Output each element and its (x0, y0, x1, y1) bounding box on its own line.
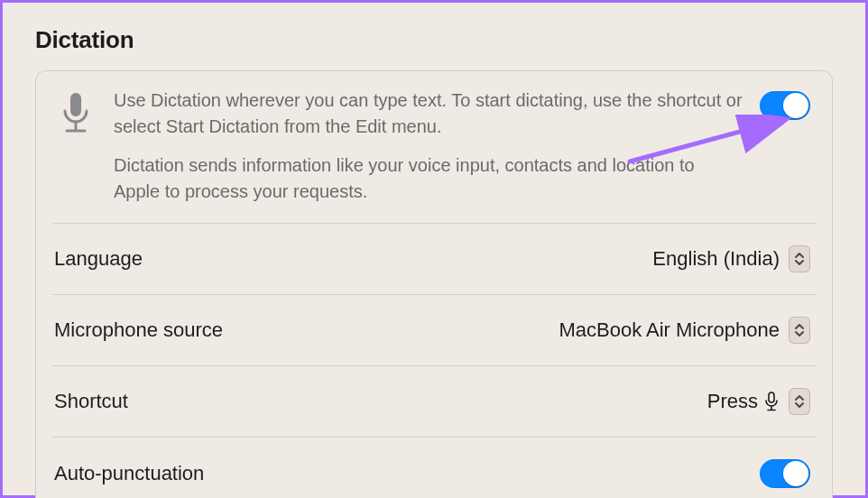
microphone-source-value: MacBook Air Microphone (559, 318, 780, 342)
updown-icon[interactable] (789, 388, 810, 415)
shortcut-select[interactable]: Press (707, 388, 810, 415)
dictation-intro-text: Use Dictation wherever you can type text… (114, 88, 743, 205)
microphone-source-select[interactable]: MacBook Air Microphone (559, 317, 810, 344)
shortcut-label: Shortcut (54, 390, 128, 413)
settings-dictation-panel: Dictation Use Dictation wherever you can… (0, 0, 868, 498)
microphone-icon (763, 392, 780, 411)
svg-rect-0 (70, 93, 81, 116)
auto-punctuation-row: Auto-punctuation (52, 438, 816, 498)
language-value: English (India) (652, 247, 780, 271)
language-label: Language (54, 247, 143, 271)
language-row: Language English (India) (52, 224, 816, 295)
microphone-source-row: Microphone source MacBook Air Microphone (52, 295, 816, 366)
microphone-icon (54, 88, 97, 134)
section-title: Dictation (35, 26, 833, 54)
microphone-source-label: Microphone source (54, 318, 223, 342)
updown-icon[interactable] (789, 245, 810, 272)
dictation-desc: Use Dictation wherever you can type text… (114, 88, 743, 140)
auto-punctuation-toggle[interactable] (760, 459, 810, 488)
dictation-intro-row: Use Dictation wherever you can type text… (52, 71, 816, 224)
dictation-options-panel: Use Dictation wherever you can type text… (35, 70, 833, 498)
dictation-privacy: Dictation sends information like your vo… (114, 152, 743, 205)
shortcut-value-prefix: Press (707, 390, 758, 413)
dictation-toggle[interactable] (760, 91, 810, 120)
updown-icon[interactable] (789, 317, 810, 344)
language-select[interactable]: English (India) (652, 245, 810, 272)
svg-rect-3 (769, 392, 774, 402)
auto-punctuation-label: Auto-punctuation (54, 462, 204, 485)
shortcut-row: Shortcut Press (52, 366, 816, 438)
